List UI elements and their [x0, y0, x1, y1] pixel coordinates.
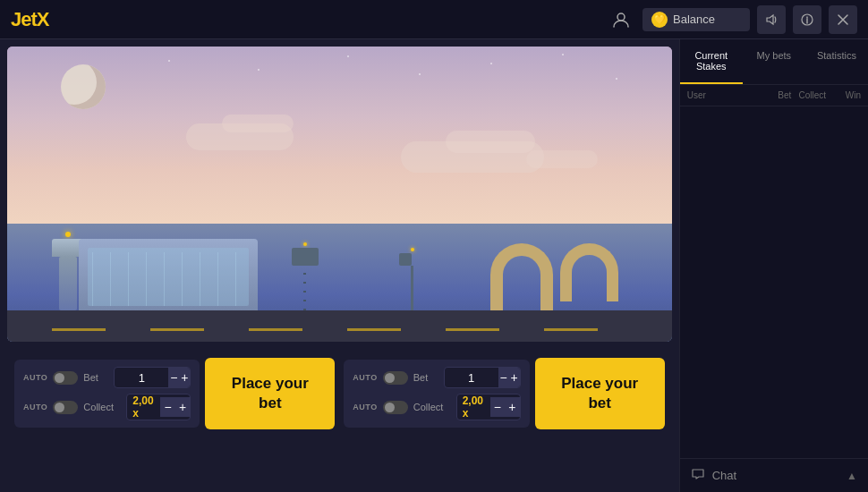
moon: [61, 64, 106, 109]
stakes-table-content: [680, 106, 868, 458]
chat-chevron-icon: ▲: [847, 470, 857, 482]
stars-layer: [7, 47, 672, 165]
collect-increment-1[interactable]: +: [175, 397, 190, 417]
watch-tower-1: [294, 248, 316, 310]
collect-auto-label-1: AUTO: [23, 403, 47, 411]
watch-tower-2-pole: [411, 266, 413, 310]
watch-tower-2-box: [399, 253, 412, 266]
tab-current-stakes[interactable]: Current Stakes: [680, 39, 743, 84]
close-button[interactable]: [829, 5, 857, 34]
logo-jet: Jet: [11, 8, 37, 30]
bet-auto-row-1: AUTO Bet − +: [23, 367, 191, 388]
logo-x: X: [37, 8, 49, 30]
bet-increment-1[interactable]: +: [179, 368, 190, 387]
bet-controls-2: AUTO Bet − + AUTO Collect: [344, 360, 529, 428]
game-canvas: [7, 47, 672, 342]
chat-bar[interactable]: Chat ▲: [680, 458, 868, 492]
bet-input-1[interactable]: [115, 369, 168, 386]
place-bet-button-1[interactable]: Place your bet: [205, 358, 335, 429]
bet-auto-row-2: AUTO Bet − +: [353, 367, 520, 388]
bet-label-2: Bet: [413, 372, 438, 383]
betting-area: AUTO Bet − + AUTO Collect: [0, 349, 679, 438]
watch-tower-2: [401, 253, 423, 310]
bet-decrement-1[interactable]: −: [168, 368, 179, 387]
arch-1: [490, 243, 553, 310]
col-user: User: [687, 90, 757, 100]
terminal-glass: [88, 248, 249, 306]
arch-structures: [490, 243, 618, 310]
collect-input-group-1: 2,00 x − +: [126, 394, 191, 420]
auto-toggle-2[interactable]: [383, 371, 408, 385]
collect-auto-label-2: AUTO: [353, 403, 377, 411]
info-button[interactable]: [793, 5, 821, 34]
auto-toggle-1[interactable]: [53, 371, 78, 385]
collect-label-2: Collect: [413, 402, 451, 412]
sound-button[interactable]: [757, 5, 786, 34]
runway: [7, 310, 672, 342]
svg-point-0: [617, 13, 625, 21]
building-area: [7, 163, 672, 310]
collect-increment-2[interactable]: +: [505, 397, 519, 417]
collect-value-1: 2,00 x: [127, 394, 160, 420]
tower-base: [59, 257, 77, 310]
app-header: JetX 💛 Balance: [0, 0, 868, 39]
collect-auto-row-2: AUTO Collect 2,00 x − +: [353, 394, 520, 420]
auto-label-2: AUTO: [353, 373, 377, 382]
balance-icon: 💛: [651, 12, 668, 28]
tab-my-bets[interactable]: My bets: [743, 39, 805, 84]
auto-label-1: AUTO: [23, 373, 47, 382]
col-collect: Collect: [791, 90, 826, 100]
sidebar-tabs: Current Stakes My bets Statistics: [680, 39, 868, 85]
collect-input-group-2: 2,00 x − +: [456, 394, 521, 420]
bet-panel-1: AUTO Bet − + AUTO Collect: [14, 358, 335, 429]
bet-increment-2[interactable]: +: [509, 368, 520, 387]
sidebar: Current Stakes My bets Statistics User B…: [679, 39, 868, 492]
main-layout: AUTO Bet − + AUTO Collect: [0, 39, 868, 492]
tower-light: [65, 232, 71, 237]
place-bet-button-2[interactable]: Place your bet: [535, 358, 665, 429]
app-logo: JetX: [11, 8, 48, 31]
collect-value-2: 2,00 x: [457, 394, 490, 420]
game-area: AUTO Bet − + AUTO Collect: [0, 39, 679, 492]
collect-toggle-2[interactable]: [383, 401, 408, 414]
collect-auto-row-1: AUTO Collect 2,00 x − +: [23, 394, 191, 420]
watch-tower-1-light: [303, 242, 307, 246]
arch-2: [560, 243, 618, 301]
chat-label: Chat: [712, 469, 839, 482]
bet-input-group-1: − +: [114, 367, 191, 388]
user-profile-button[interactable]: [607, 5, 635, 34]
bet-decrement-2[interactable]: −: [498, 368, 509, 387]
collect-decrement-1[interactable]: −: [160, 397, 174, 417]
watch-tower-1-box: [292, 248, 319, 266]
terminal-building: [79, 239, 258, 310]
collect-toggle-1[interactable]: [53, 401, 78, 414]
bet-panel-2: AUTO Bet − + AUTO Collect: [344, 358, 664, 429]
bet-controls-1: AUTO Bet − + AUTO Collect: [14, 360, 200, 428]
watch-tower-1-legs: [303, 266, 306, 310]
airport-terminal: [79, 239, 258, 310]
balance-box: 💛 Balance: [642, 8, 750, 31]
chat-icon: [691, 467, 705, 484]
bet-label-1: Bet: [83, 372, 108, 383]
balance-label: Balance: [673, 13, 715, 26]
watch-tower-2-light: [411, 248, 414, 251]
bet-input-2[interactable]: [445, 369, 498, 386]
collect-decrement-2[interactable]: −: [490, 397, 505, 417]
header-right: 💛 Balance: [607, 5, 857, 34]
tab-statistics[interactable]: Statistics: [805, 39, 868, 84]
collect-label-1: Collect: [83, 402, 121, 412]
stakes-table-header: User Bet Collect Win: [680, 85, 868, 106]
col-win: Win: [826, 90, 861, 100]
bet-input-group-2: − +: [444, 367, 521, 388]
col-bet: Bet: [756, 90, 791, 100]
